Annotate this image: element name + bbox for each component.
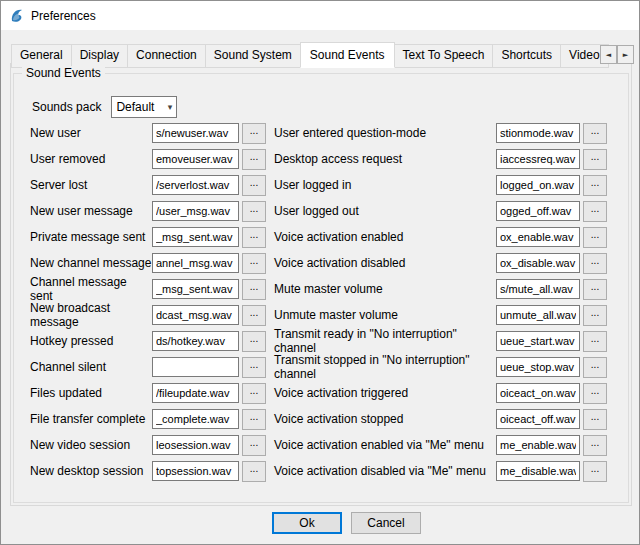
sound-file-input[interactable] (152, 175, 239, 195)
sound-event-label: Voice activation disabled via "Me" menu (274, 464, 496, 478)
browse-button[interactable]: ... (242, 357, 266, 378)
browse-button[interactable]: ... (583, 227, 607, 248)
sound-events-right-column: User entered question-mode... Desktop ac… (274, 120, 607, 484)
sound-file-input[interactable] (496, 201, 580, 221)
browse-button[interactable]: ... (583, 279, 607, 300)
sound-file-input[interactable] (152, 149, 239, 169)
tab-text-to-speech[interactable]: Text To Speech (394, 44, 494, 68)
browse-button[interactable]: ... (583, 201, 607, 222)
browse-button[interactable]: ... (583, 409, 607, 430)
sound-file-input[interactable] (496, 357, 580, 377)
sound-event-label: Transmit ready in "No interruption" chan… (274, 327, 496, 355)
browse-button[interactable]: ... (242, 201, 266, 222)
sound-file-input[interactable] (152, 227, 239, 247)
tab-sound-system[interactable]: Sound System (205, 44, 301, 68)
sound-file-input[interactable] (496, 123, 580, 143)
chevron-down-icon: ▾ (168, 102, 173, 112)
browse-button[interactable]: ... (583, 331, 607, 352)
sound-event-label: File transfer complete (30, 412, 152, 426)
tab-shortcuts[interactable]: Shortcuts (492, 44, 561, 68)
browse-button[interactable]: ... (242, 461, 266, 482)
sound-event-label: Unmute master volume (274, 308, 496, 322)
tab-display[interactable]: Display (71, 44, 128, 68)
sound-event-label: Channel message sent (30, 275, 152, 303)
browse-button[interactable]: ... (583, 461, 607, 482)
sound-file-input[interactable] (152, 305, 239, 325)
sound-file-input[interactable] (496, 175, 580, 195)
browse-button[interactable]: ... (242, 279, 266, 300)
sound-event-label: User removed (30, 152, 152, 166)
sound-file-input[interactable] (496, 435, 580, 455)
ok-button[interactable]: Ok (272, 512, 342, 534)
sound-file-input[interactable] (152, 201, 239, 221)
sound-file-input[interactable] (152, 461, 239, 481)
tab-scroll-left-icon[interactable]: ◄ (600, 45, 617, 64)
sound-file-input[interactable] (496, 409, 580, 429)
browse-button[interactable]: ... (583, 383, 607, 404)
table-row: Transmit ready in "No interruption" chan… (274, 328, 607, 354)
tab-connection[interactable]: Connection (127, 44, 206, 68)
sound-event-label: New video session (30, 438, 152, 452)
sounds-pack-select[interactable]: Default ▾ (111, 96, 177, 118)
browse-button[interactable]: ... (242, 435, 266, 456)
table-row: Voice activation triggered... (274, 380, 607, 406)
tab-scroll-right-icon[interactable]: ► (617, 45, 634, 64)
table-row: Channel silent... (30, 354, 266, 380)
table-row: Private message sent... (30, 224, 266, 250)
sound-file-input[interactable] (152, 331, 239, 351)
browse-button[interactable]: ... (242, 383, 266, 404)
sound-event-label: Voice activation enabled (274, 230, 496, 244)
browse-button[interactable]: ... (242, 331, 266, 352)
sound-file-input[interactable] (496, 383, 580, 403)
table-row: Unmute master volume... (274, 302, 607, 328)
table-row: Voice activation enabled... (274, 224, 607, 250)
browse-button[interactable]: ... (583, 123, 607, 144)
browse-button[interactable]: ... (242, 305, 266, 326)
browse-button[interactable]: ... (583, 435, 607, 456)
tab-sound-events[interactable]: Sound Events (300, 42, 395, 68)
table-row: File transfer complete... (30, 406, 266, 432)
sound-file-input[interactable] (496, 149, 580, 169)
browse-button[interactable]: ... (242, 409, 266, 430)
sound-file-input[interactable] (152, 409, 239, 429)
tab-general[interactable]: General (11, 44, 72, 68)
sound-event-label: Voice activation enabled via "Me" menu (274, 438, 496, 452)
browse-button[interactable]: ... (583, 357, 607, 378)
table-row: Server lost... (30, 172, 266, 198)
sound-file-input[interactable] (152, 357, 239, 377)
table-row: User logged out... (274, 198, 607, 224)
browse-button[interactable]: ... (583, 253, 607, 274)
sound-file-input[interactable] (496, 305, 580, 325)
table-row: Voice activation disabled via "Me" menu.… (274, 458, 607, 484)
browse-button[interactable]: ... (242, 175, 266, 196)
browse-button[interactable]: ... (242, 253, 266, 274)
sound-event-label: User logged in (274, 178, 496, 192)
sound-event-label: Server lost (30, 178, 152, 192)
browse-button[interactable]: ... (583, 305, 607, 326)
browse-button[interactable]: ... (583, 175, 607, 196)
sound-file-input[interactable] (152, 253, 239, 273)
sound-file-input[interactable] (496, 461, 580, 481)
table-row: User logged in... (274, 172, 607, 198)
sound-event-label: User entered question-mode (274, 126, 496, 140)
sound-event-label: Hotkey pressed (30, 334, 152, 348)
sound-file-input[interactable] (152, 435, 239, 455)
browse-button[interactable]: ... (242, 149, 266, 170)
cancel-button[interactable]: Cancel (351, 512, 421, 534)
sound-file-input[interactable] (496, 253, 580, 273)
browse-button[interactable]: ... (583, 149, 607, 170)
sound-file-input[interactable] (152, 279, 239, 299)
sound-event-label: New user message (30, 204, 152, 218)
browse-button[interactable]: ... (242, 123, 266, 144)
browse-button[interactable]: ... (242, 227, 266, 248)
sound-file-input[interactable] (496, 331, 580, 351)
sound-file-input[interactable] (152, 383, 239, 403)
sound-event-label: Transmit stopped in "No interruption" ch… (274, 353, 496, 381)
table-row: New user message... (30, 198, 266, 224)
titlebar: Preferences (1, 1, 639, 30)
sound-event-label: New user (30, 126, 152, 140)
table-row: Channel message sent... (30, 276, 266, 302)
sound-file-input[interactable] (496, 279, 580, 299)
sound-file-input[interactable] (496, 227, 580, 247)
sound-file-input[interactable] (152, 123, 239, 143)
